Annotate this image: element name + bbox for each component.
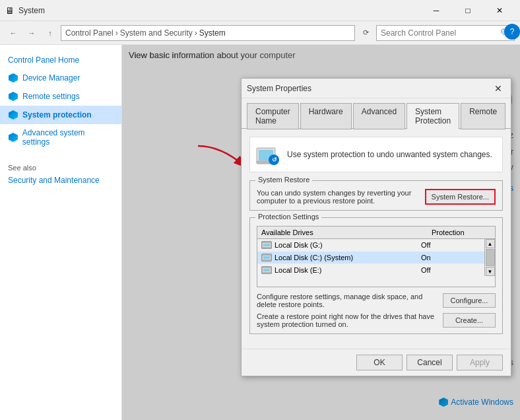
protection-table-body: Local Disk (G:) Off bbox=[257, 239, 495, 287]
address-bar: ← → ↑ Control Panel › System and Securit… bbox=[0, 21, 520, 45]
sidebar: Control Panel Home Device Manager Remote… bbox=[0, 45, 122, 420]
tab-computer-name[interactable]: Computer Name bbox=[247, 103, 299, 129]
dialog-tabs: Computer Name Hardware Advanced System P… bbox=[242, 98, 511, 129]
refresh-button[interactable]: ⟳ bbox=[358, 25, 374, 41]
scrollbar-track: ▲ ▼ bbox=[484, 239, 495, 276]
scrollbar-down-button[interactable]: ▼ bbox=[486, 267, 495, 276]
sidebar-label-remote-settings: Remote settings bbox=[22, 92, 80, 101]
close-button[interactable]: ✕ bbox=[484, 0, 515, 21]
create-row: Create a restore point right now for the… bbox=[257, 312, 496, 328]
drive-row-g[interactable]: Local Disk (G:) Off bbox=[257, 239, 484, 252]
dialog-title-bar: System Properties ✕ bbox=[242, 79, 511, 98]
tab-system-protection[interactable]: System Protection bbox=[406, 103, 459, 129]
see-also-section: See also Security and Maintenance bbox=[0, 164, 121, 185]
system-protection-image: ↺ bbox=[255, 143, 279, 166]
address-path[interactable]: Control Panel › System and Security › Sy… bbox=[61, 25, 355, 41]
remote-settings-icon bbox=[8, 91, 18, 102]
tab-remote[interactable]: Remote bbox=[461, 103, 505, 129]
protection-table-header: Available Drives Protection bbox=[257, 227, 495, 239]
system-restore-text: You can undo system changes by reverting… bbox=[257, 189, 418, 205]
protection-table-wrapper: Available Drives Protection bbox=[257, 226, 496, 287]
drive-g-name-col: Local Disk (G:) bbox=[261, 241, 421, 249]
dialog-title: System Properties bbox=[247, 84, 491, 93]
tab-advanced[interactable]: Advanced bbox=[353, 103, 405, 129]
drive-e-icon bbox=[261, 266, 272, 274]
sidebar-item-advanced-settings[interactable]: Advanced system settings bbox=[0, 124, 121, 151]
window-controls: ─ □ ✕ bbox=[421, 0, 515, 21]
svg-rect-7 bbox=[263, 244, 270, 246]
protection-col-header: Protection bbox=[432, 228, 491, 236]
protection-table: Available Drives Protection bbox=[257, 226, 496, 287]
system-properties-dialog: System Properties ✕ Computer Name Hardwa… bbox=[241, 78, 511, 376]
dialog-header-icon: ↺ bbox=[254, 141, 280, 168]
drives-col-header: Available Drives bbox=[261, 228, 432, 236]
drive-g-icon bbox=[261, 241, 272, 249]
protection-settings-section: Protection Settings Available Drives Pro… bbox=[249, 217, 503, 334]
system-restore-button[interactable]: System Restore... bbox=[425, 189, 496, 205]
sidebar-home[interactable]: Control Panel Home bbox=[0, 52, 121, 69]
drive-row-c[interactable]: Local Disk (C:) (System) On bbox=[257, 252, 484, 264]
configure-button[interactable]: Configure... bbox=[443, 293, 496, 308]
dialog-footer: OK Cancel Apply bbox=[242, 349, 511, 376]
drive-c-icon bbox=[261, 254, 272, 262]
drive-g-label: Local Disk (G:) bbox=[275, 241, 323, 249]
drive-c-name-col: Local Disk (C:) (System) bbox=[261, 254, 421, 262]
forward-button[interactable]: → bbox=[24, 25, 40, 41]
system-restore-section: System Restore You can undo system chang… bbox=[249, 180, 503, 211]
search-input[interactable] bbox=[381, 28, 500, 38]
drive-e-protection: Off bbox=[421, 266, 480, 274]
up-button[interactable]: ↑ bbox=[42, 25, 58, 41]
back-button[interactable]: ← bbox=[5, 25, 21, 41]
content-area: View basic information about your comput… bbox=[122, 45, 520, 420]
minimize-button[interactable]: ─ bbox=[421, 0, 451, 21]
ok-button[interactable]: OK bbox=[356, 355, 403, 370]
scrollbar-thumb[interactable] bbox=[486, 249, 495, 266]
window-icon: 🖥 bbox=[5, 5, 15, 16]
drives-list: Local Disk (G:) Off bbox=[257, 239, 484, 276]
system-restore-legend: System Restore bbox=[255, 176, 312, 184]
scrollbar-up-button[interactable]: ▲ bbox=[486, 239, 495, 248]
svg-rect-9 bbox=[263, 256, 270, 259]
dialog-content: ↺ Use system protection to undo unwanted… bbox=[242, 128, 511, 349]
configure-text: Configure restore settings, manage disk … bbox=[257, 293, 438, 308]
drive-c-protection: On bbox=[421, 254, 480, 262]
create-text: Create a restore point right now for the… bbox=[257, 312, 438, 328]
modal-overlay: System Properties ✕ Computer Name Hardwa… bbox=[122, 45, 520, 420]
drive-e-name-col: Local Disk (E:) bbox=[261, 266, 421, 274]
system-protection-icon bbox=[8, 110, 18, 120]
main-layout: Control Panel Home Device Manager Remote… bbox=[0, 45, 520, 420]
advanced-settings-icon bbox=[8, 132, 18, 143]
title-bar: 🖥 System ─ □ ✕ bbox=[0, 0, 520, 21]
sidebar-label-advanced-settings: Advanced system settings bbox=[22, 128, 114, 147]
dialog-close-button[interactable]: ✕ bbox=[491, 81, 505, 96]
sidebar-item-remote-settings[interactable]: Remote settings bbox=[0, 87, 121, 106]
drive-g-protection: Off bbox=[421, 241, 480, 249]
configure-row: Configure restore settings, manage disk … bbox=[257, 293, 496, 308]
maximize-button[interactable]: □ bbox=[453, 0, 483, 21]
window-title: System bbox=[18, 6, 421, 15]
device-manager-icon bbox=[8, 73, 18, 83]
system-restore-content: You can undo system changes by reverting… bbox=[257, 186, 496, 205]
cancel-button[interactable]: Cancel bbox=[406, 355, 453, 370]
security-maintenance-link[interactable]: Security and Maintenance bbox=[8, 176, 114, 185]
svg-rect-11 bbox=[263, 269, 270, 271]
sidebar-label-device-manager: Device Manager bbox=[22, 73, 80, 83]
see-also-label: See also bbox=[8, 164, 114, 172]
drive-e-label: Local Disk (E:) bbox=[275, 266, 322, 274]
svg-text:↺: ↺ bbox=[272, 157, 277, 163]
apply-button[interactable]: Apply bbox=[457, 355, 503, 370]
dialog-header: ↺ Use system protection to undo unwanted… bbox=[249, 137, 503, 172]
protection-settings-legend: Protection Settings bbox=[255, 213, 321, 221]
sidebar-label-system-protection: System protection bbox=[22, 110, 92, 120]
sidebar-item-system-protection[interactable]: System protection bbox=[0, 106, 121, 124]
create-button[interactable]: Create... bbox=[443, 313, 496, 328]
drive-c-label: Local Disk (C:) (System) bbox=[275, 254, 353, 262]
help-button[interactable]: ? bbox=[504, 24, 520, 40]
search-bar[interactable]: 🔍 bbox=[376, 25, 515, 41]
sidebar-item-device-manager[interactable]: Device Manager bbox=[0, 69, 121, 87]
drive-row-e[interactable]: Local Disk (E:) Off bbox=[257, 264, 484, 276]
dialog-header-text: Use system protection to undo unwanted s… bbox=[287, 150, 492, 159]
tab-hardware[interactable]: Hardware bbox=[300, 103, 352, 129]
